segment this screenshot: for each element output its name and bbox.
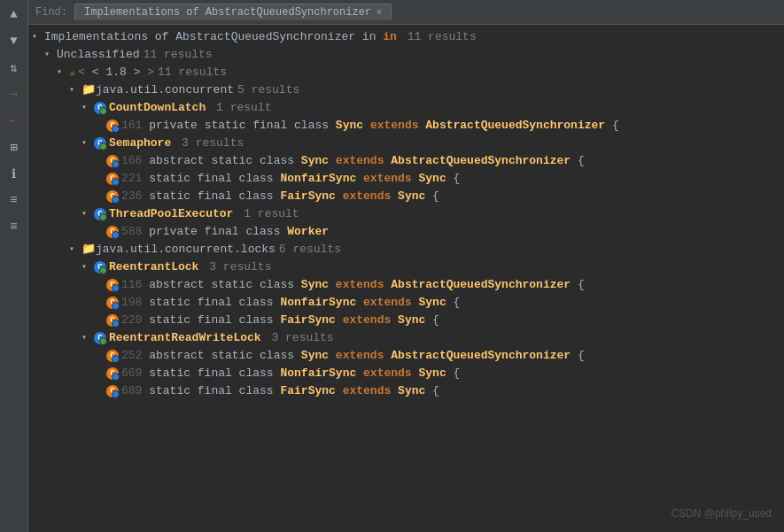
reentrantlock-line116-icon: C xyxy=(106,279,119,291)
reentrantlock-line220-icon: C xyxy=(106,314,119,327)
pkg1-toggle[interactable]: ▾ xyxy=(69,81,82,99)
find-tab[interactable]: Implementations of AbstractQueuedSynchro… xyxy=(74,4,392,20)
watermark: CSDN @philpy_used xyxy=(671,507,772,520)
rrwl-line252-icon: C xyxy=(106,350,119,362)
root-header[interactable]: ▾ Implementations of AbstractQueuedSynch… xyxy=(28,28,784,46)
jdk-count: 11 results xyxy=(158,64,227,81)
find-tab-close-icon[interactable]: × xyxy=(376,8,382,18)
rrwl-linenum-252: 252 xyxy=(121,347,142,365)
countdownlatch-row[interactable]: ▾ C CountDownLatch 1 result xyxy=(28,99,784,117)
reentrantlock-line-198[interactable]: C 198 static final class NonfairSync ext… xyxy=(28,294,784,312)
find-label: Find: xyxy=(35,6,67,19)
rrwl-linenum-689: 689 xyxy=(121,382,142,400)
reentrantreadwritelock-label: ReentrantReadWriteLock 3 results xyxy=(109,329,334,347)
semaphore-line-236[interactable]: C 236 static final class FairSync extend… xyxy=(28,188,784,205)
rrwl-linenum-669: 669 xyxy=(121,365,142,382)
semaphore-linenum-166: 166 xyxy=(121,152,142,170)
find-tab-label: Implementations of AbstractQueuedSynchro… xyxy=(84,6,371,19)
rrwl-code-689: static final class FairSync extends Sync… xyxy=(142,382,439,400)
countdownlatch-toggle[interactable]: ▾ xyxy=(82,99,94,117)
threadpoolexecutor-linenum: 588 xyxy=(121,223,142,241)
root-toggle[interactable]: ▾ xyxy=(32,28,44,46)
sidebar-up-icon[interactable]: ▲ xyxy=(4,4,25,25)
semaphore-label: Semaphore 3 results xyxy=(109,135,244,152)
threadpoolexecutor-toggle[interactable]: ▾ xyxy=(82,205,94,223)
semaphore-line221-icon: C xyxy=(106,173,119,185)
reentrantlock-line-220[interactable]: C 220 static final class FairSync extend… xyxy=(28,312,784,329)
countdownlatch-code: private static final class Sync extends … xyxy=(142,117,618,135)
reentrantreadwritelock-icon: C xyxy=(94,332,106,344)
reentrantreadwritelock-toggle[interactable]: ▾ xyxy=(82,329,94,347)
pkg1-folder-icon: 📁 xyxy=(82,81,96,99)
sidebar-menu1-icon[interactable]: ≡ xyxy=(4,189,25,211)
rrwl-line-689[interactable]: C 689 static final class FairSync extend… xyxy=(28,382,784,400)
unclassified-row[interactable]: ▾ Unclassified 11 results xyxy=(28,46,784,64)
pkg2-folder-icon: 📁 xyxy=(82,241,96,258)
sidebar-info-icon[interactable]: ℹ xyxy=(4,163,25,184)
semaphore-icon: C xyxy=(94,137,106,150)
rrwl-line669-icon: C xyxy=(106,367,119,380)
sidebar-expand-icon[interactable]: ⊞ xyxy=(4,136,25,158)
threadpoolexecutor-line[interactable]: C 588 private final class Worker xyxy=(28,223,784,241)
pkg2-row[interactable]: ▾ 📁 java.util.concurrent.locks 6 results xyxy=(28,241,784,258)
rrwl-line-252[interactable]: C 252 abstract static class Sync extends… xyxy=(28,347,784,365)
jdk-toggle[interactable]: ▾ xyxy=(57,64,69,81)
results-area[interactable]: ▾ Implementations of AbstractQueuedSynch… xyxy=(28,25,784,532)
threadpoolexecutor-line-icon: C xyxy=(106,226,119,238)
jdk-row[interactable]: ▾ ☕ < < 1.8 > > 11 results xyxy=(28,64,784,81)
semaphore-linenum-221: 221 xyxy=(121,170,142,188)
pkg1-row[interactable]: ▾ 📁 java.util.concurrent 5 results xyxy=(28,81,784,99)
find-bar: Find: Implementations of AbstractQueuedS… xyxy=(28,0,784,25)
sidebar-menu2-icon[interactable]: ≡ xyxy=(4,216,25,237)
pkg2-count: 6 results xyxy=(279,241,341,258)
reentrantlock-row[interactable]: ▾ C ReentrantLock 3 results xyxy=(28,258,784,276)
reentrantlock-line-116[interactable]: C 116 abstract static class Sync extends… xyxy=(28,276,784,294)
semaphore-code-236: static final class FairSync extends Sync… xyxy=(142,188,439,205)
reentrantlock-code-198: static final class NonfairSync extends S… xyxy=(142,294,460,312)
pkg1-label: java.util.concurrent xyxy=(96,81,234,99)
root-label: Implementations of AbstractQueuedSynchro… xyxy=(44,28,477,46)
threadpoolexecutor-icon: C xyxy=(94,208,106,220)
threadpoolexecutor-row[interactable]: ▾ C ThreadPoolExecutor 1 result xyxy=(28,205,784,223)
reentrantreadwritelock-row[interactable]: ▾ C ReentrantReadWriteLock 3 results xyxy=(28,329,784,347)
countdownlatch-line[interactable]: C 161 private static final class Sync ex… xyxy=(28,117,784,135)
rrwl-code-252: abstract static class Sync extends Abstr… xyxy=(142,347,584,365)
threadpoolexecutor-label: ThreadPoolExecutor 1 result xyxy=(109,205,299,223)
semaphore-line-221[interactable]: C 221 static final class NonfairSync ext… xyxy=(28,170,784,188)
semaphore-row[interactable]: ▾ C Semaphore 3 results xyxy=(28,135,784,152)
semaphore-line236-icon: C xyxy=(106,190,119,203)
sidebar-back-icon[interactable]: ← xyxy=(4,110,25,131)
reentrantlock-code-116: abstract static class Sync extends Abstr… xyxy=(142,276,584,294)
reentrantlock-linenum-220: 220 xyxy=(121,312,142,329)
pkg1-count: 5 results xyxy=(237,81,299,99)
semaphore-toggle[interactable]: ▾ xyxy=(82,135,94,152)
countdownlatch-icon: C xyxy=(94,102,106,114)
reentrantlock-icon: C xyxy=(94,261,106,274)
rrwl-line-669[interactable]: C 669 static final class NonfairSync ext… xyxy=(28,365,784,382)
semaphore-linenum-236: 236 xyxy=(121,188,142,205)
unclassified-toggle[interactable]: ▾ xyxy=(44,46,57,64)
main-panel: Find: Implementations of AbstractQueuedS… xyxy=(28,0,784,532)
sidebar-sort-icon[interactable]: ⇅ xyxy=(4,57,25,78)
reentrantlock-linenum-116: 116 xyxy=(121,276,142,294)
reentrantlock-toggle[interactable]: ▾ xyxy=(82,258,94,276)
sidebar-down-icon[interactable]: ▼ xyxy=(4,30,25,51)
semaphore-code-221: static final class NonfairSync extends S… xyxy=(142,170,460,188)
threadpoolexecutor-code: private final class Worker xyxy=(142,223,329,241)
rrwl-code-669: static final class NonfairSync extends S… xyxy=(142,365,460,382)
countdownlatch-line-icon: C xyxy=(106,120,119,132)
pkg2-toggle[interactable]: ▾ xyxy=(69,241,82,258)
sidebar-forward-icon[interactable]: → xyxy=(4,83,25,104)
semaphore-line-166[interactable]: C 166 abstract static class Sync extends… xyxy=(28,152,784,170)
countdownlatch-label: CountDownLatch 1 result xyxy=(109,99,271,117)
semaphore-code-166: abstract static class Sync extends Abstr… xyxy=(142,152,584,170)
reentrantlock-label: ReentrantLock 3 results xyxy=(109,258,271,276)
countdownlatch-linenum: 161 xyxy=(121,117,142,135)
reentrantlock-code-220: static final class FairSync extends Sync… xyxy=(142,312,439,329)
reentrantlock-line198-icon: C xyxy=(106,297,119,309)
jdk-label: < < 1.8 > > xyxy=(78,64,154,81)
reentrantlock-linenum-198: 198 xyxy=(121,294,142,312)
jdk-icon: ☕ xyxy=(69,64,75,81)
pkg2-label: java.util.concurrent.locks xyxy=(96,241,276,258)
semaphore-line166-icon: C xyxy=(106,155,119,167)
